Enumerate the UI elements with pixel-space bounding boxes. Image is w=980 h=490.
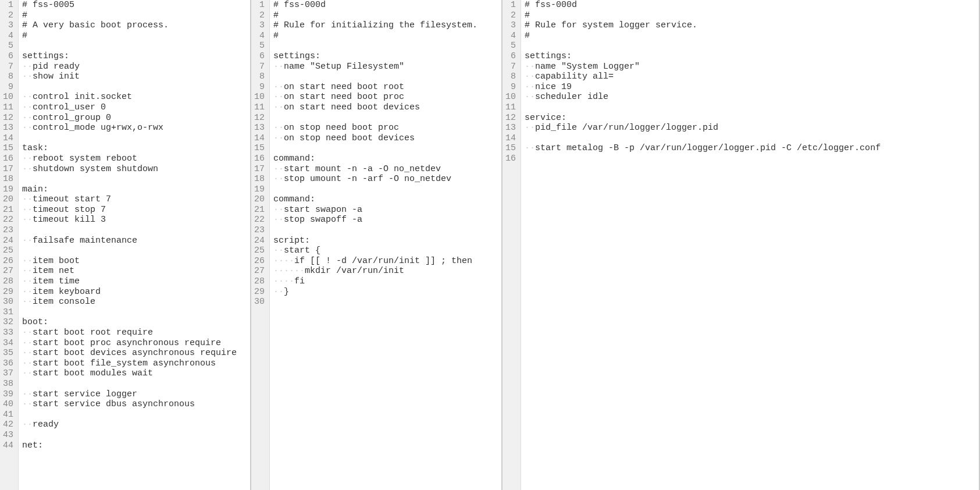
code-line[interactable]: ··start boot devices asynchronous requir… (22, 348, 250, 358)
code-line[interactable] (273, 143, 501, 154)
code-line[interactable]: main: (22, 184, 250, 195)
code-line[interactable] (22, 82, 250, 93)
code-line[interactable]: ··on start need boot root (273, 82, 501, 93)
code-line[interactable]: # (22, 10, 250, 21)
code-line[interactable]: ··failsafe maintenance (22, 236, 250, 246)
code-line[interactable]: script: (273, 236, 501, 246)
code-line[interactable]: ··start boot file_system asynchronous (22, 358, 250, 369)
code-line[interactable]: ··on stop need boot proc (273, 123, 501, 133)
editor-2[interactable]: 1234567891011121314151617181920212223242… (251, 0, 501, 490)
editor-3[interactable]: 12345678910111213141516 # fss-000d## Rul… (503, 0, 979, 490)
code-line[interactable]: ··pid ready (22, 62, 250, 72)
code-line[interactable]: command: (273, 194, 501, 205)
code-line[interactable]: ··start metalog -B -p /var/run/logger/lo… (525, 143, 979, 154)
code-line[interactable] (22, 246, 250, 256)
code-line[interactable]: # A very basic boot process. (22, 20, 250, 31)
code-line[interactable]: # fss-0005 (22, 0, 250, 10)
code-line[interactable]: ··start service logger (22, 389, 250, 400)
code-line[interactable]: # (273, 31, 501, 41)
code-line[interactable]: ··timeout kill 3 (22, 215, 250, 225)
code-line[interactable]: ··scheduler idle (525, 92, 979, 102)
code-line[interactable]: ··timeout start 7 (22, 194, 250, 205)
code-line[interactable]: # fss-000d (525, 0, 979, 10)
line-number: 16 (505, 154, 516, 164)
code-line[interactable] (525, 102, 979, 113)
code-line[interactable]: task: (22, 143, 250, 154)
code-line[interactable]: ··start boot proc asynchronous require (22, 338, 250, 349)
code-line[interactable]: ··nice 19 (525, 82, 979, 93)
code-line[interactable] (273, 41, 501, 51)
code-line[interactable]: ··start mount -n -a -O no_netdev (273, 164, 501, 175)
code-line[interactable]: ··name "System Logger" (525, 62, 979, 72)
code-line[interactable]: ··start service dbus asynchronous (22, 399, 250, 410)
line-number: 36 (2, 358, 13, 369)
code-line[interactable]: ··control_user 0 (22, 102, 250, 113)
code-line[interactable] (273, 225, 501, 236)
code-line[interactable]: ··control init.socket (22, 92, 250, 102)
code-line[interactable] (22, 133, 250, 144)
code-line[interactable] (273, 297, 501, 307)
code-line[interactable] (525, 41, 979, 51)
code-line[interactable]: ··name "Setup Filesystem" (273, 62, 501, 72)
code-line[interactable] (22, 41, 250, 51)
code-line[interactable] (22, 307, 250, 318)
code-line[interactable]: ··} (273, 287, 501, 297)
code-line[interactable]: ··item keyboard (22, 287, 250, 297)
code-line[interactable]: ··start { (273, 246, 501, 256)
code-line[interactable] (22, 379, 250, 389)
editor-1[interactable]: 1234567891011121314151617181920212223242… (0, 0, 250, 490)
code-line[interactable]: net: (22, 441, 250, 451)
code-line[interactable]: ··timeout stop 7 (22, 205, 250, 215)
code-line[interactable]: # (273, 10, 501, 21)
code-line[interactable]: ··control_mode ug+rwx,o-rwx (22, 123, 250, 133)
code-line[interactable]: settings: (273, 51, 501, 62)
code-line[interactable]: # Rule for system logger service. (525, 20, 979, 31)
line-number: 27 (2, 266, 13, 276)
line-number: 31 (2, 307, 13, 318)
code-line[interactable]: ··pid_file /var/run/logger/logger.pid (525, 123, 979, 133)
code-line[interactable] (22, 225, 250, 236)
code-line[interactable]: settings: (22, 51, 250, 62)
code-line[interactable]: ··item boot (22, 256, 250, 267)
code-line[interactable]: ··item console (22, 297, 250, 307)
code-line[interactable] (525, 133, 979, 144)
code-line[interactable]: ··stop umount -n -arf -O no_netdev (273, 174, 501, 184)
code-line[interactable] (273, 113, 501, 123)
code-line[interactable]: ··item time (22, 276, 250, 287)
code-1[interactable]: # fss-0005## A very basic boot process.#… (19, 0, 250, 490)
code-line[interactable]: ····if [[ ! -d /var/run/init ]] ; then (273, 256, 501, 267)
code-line[interactable]: ··reboot system reboot (22, 154, 250, 164)
code-line[interactable]: ··start swapon -a (273, 205, 501, 215)
code-line[interactable]: ··shutdown system shutdown (22, 164, 250, 175)
code-line[interactable]: command: (273, 154, 501, 164)
code-line[interactable]: ··on start need boot proc (273, 92, 501, 102)
code-line[interactable]: ··start boot modules wait (22, 368, 250, 379)
code-line[interactable]: service: (525, 113, 979, 123)
code-2[interactable]: # fss-000d## Rule for initializing the f… (270, 0, 501, 490)
code-line[interactable]: # (525, 31, 979, 41)
code-line[interactable]: ······mkdir /var/run/init (273, 266, 501, 276)
code-line[interactable]: ··show init (22, 72, 250, 82)
code-line[interactable]: boot: (22, 317, 250, 328)
code-line[interactable] (525, 154, 979, 164)
code-line[interactable]: ··control_group 0 (22, 113, 250, 123)
code-line[interactable] (22, 410, 250, 420)
code-line[interactable] (22, 174, 250, 184)
code-line[interactable]: # Rule for initializing the filesystem. (273, 20, 501, 31)
code-line[interactable]: settings: (525, 51, 979, 62)
code-3[interactable]: # fss-000d## Rule for system logger serv… (521, 0, 979, 490)
code-line[interactable] (273, 184, 501, 195)
code-line[interactable]: ··stop swapoff -a (273, 215, 501, 225)
code-line[interactable]: # (525, 10, 979, 21)
code-line[interactable]: ··ready (22, 420, 250, 430)
code-line[interactable]: # fss-000d (273, 0, 501, 10)
code-line[interactable]: ····fi (273, 276, 501, 287)
code-line[interactable]: # (22, 31, 250, 41)
code-line[interactable]: ··item net (22, 266, 250, 276)
code-line[interactable] (273, 72, 501, 82)
code-line[interactable]: ··start boot root require (22, 328, 250, 338)
code-line[interactable] (22, 430, 250, 441)
code-line[interactable]: ··on stop need boot devices (273, 133, 501, 144)
code-line[interactable]: ··on start need boot devices (273, 102, 501, 113)
code-line[interactable]: ··capability all= (525, 72, 979, 82)
